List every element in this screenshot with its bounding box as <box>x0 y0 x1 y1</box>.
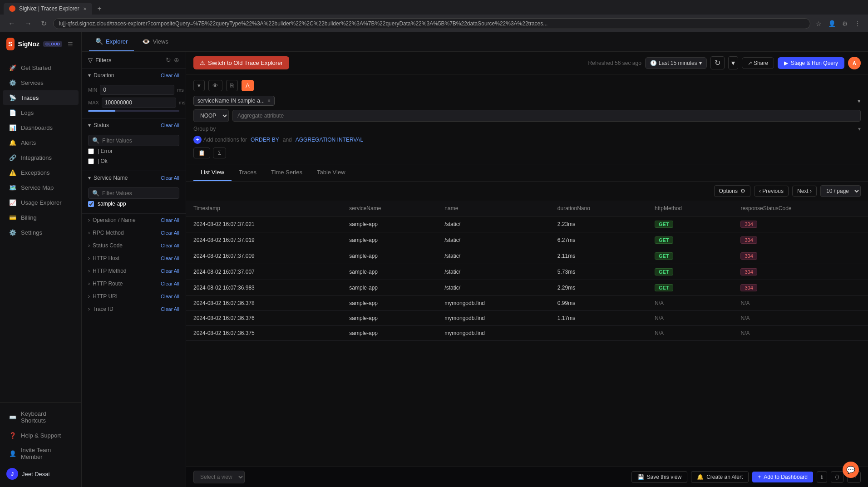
info-button[interactable]: ℹ <box>817 471 827 483</box>
table-row[interactable]: 2024-08-02 16:07:37.007 sample-app /stat… <box>186 264 868 280</box>
table-row[interactable]: 2024-08-02 16:07:36.983 sample-app /stat… <box>186 280 868 296</box>
save-view-button[interactable]: 💾 Save this view <box>631 471 688 483</box>
sidebar-item-help-support[interactable]: ❓ Help & Support <box>3 428 79 443</box>
sidebar-item-dashboards[interactable]: 📊 Dashboards <box>3 120 79 135</box>
status-search-input[interactable] <box>102 138 175 144</box>
filter-section-http-method[interactable]: › HTTP Method Clear All <box>82 265 186 277</box>
switch-to-old-trace-button[interactable]: ⚠ Switch to Old Trace Explorer <box>193 56 289 69</box>
filter-duration-header[interactable]: ▾ Duration Clear All <box>82 69 186 82</box>
status-error-checkbox[interactable]: | Error <box>88 146 179 156</box>
ok-checkbox-input[interactable] <box>88 158 94 164</box>
address-bar[interactable]: lujj-qfsd.signoz.cloud/traces-explorer?c… <box>53 18 810 29</box>
sidebar-item-invite-team[interactable]: 👤 Invite Team Member <box>3 443 79 464</box>
table-row[interactable]: 2024-08-02 16:07:37.019 sample-app /stat… <box>186 232 868 248</box>
options-button[interactable]: Options ⚙ <box>714 185 750 197</box>
add-tab-button[interactable]: + <box>94 3 105 15</box>
operation-clear[interactable]: Clear All <box>161 217 179 223</box>
profile-icon[interactable]: 👤 <box>826 18 838 29</box>
sidebar-item-billing[interactable]: 💳 Billing <box>3 210 79 225</box>
filter-add-button[interactable]: ⊕ <box>174 56 179 64</box>
create-alert-button[interactable]: 🔔 Create an Alert <box>691 471 749 483</box>
list-view-type-button[interactable]: 📋 <box>193 148 210 158</box>
table-row[interactable]: 2024-08-02 16:07:36.378 sample-app mymon… <box>186 296 868 311</box>
sample-app-checkbox[interactable]: sample-app <box>88 199 179 209</box>
sidebar-item-alerts[interactable]: 🔔 Alerts <box>3 135 79 150</box>
max-input[interactable] <box>102 98 176 108</box>
forward-button[interactable]: → <box>22 18 35 30</box>
filter-section-http-host[interactable]: › HTTP Host Clear All <box>82 252 186 265</box>
stage-run-query-button[interactable]: ▶ Stage & Run Query <box>778 57 844 69</box>
http-route-clear[interactable]: Clear All <box>161 281 179 286</box>
sidebar-item-exceptions[interactable]: ⚠️ Exceptions <box>3 165 79 180</box>
status-ok-checkbox[interactable]: | Ok <box>88 156 179 166</box>
filter-service-clear[interactable]: Clear All <box>161 175 179 181</box>
add-condition-plus-button[interactable]: + <box>193 136 202 144</box>
sidebar-item-usage-explorer[interactable]: 📈 Usage Explorer <box>3 195 79 210</box>
table-row[interactable]: 2024-08-02 16:07:36.375 sample-app mymon… <box>186 326 868 341</box>
close-tab-icon[interactable]: ✕ <box>83 6 87 11</box>
sidebar-item-service-map[interactable]: 🗺️ Service Map <box>3 180 79 195</box>
sidebar-item-keyboard-shortcuts[interactable]: ⌨️ Keyboard Shortcuts <box>3 407 79 428</box>
page-size-select[interactable]: 10 / page <box>820 185 861 197</box>
query-copy-button[interactable]: ⎘ <box>226 80 238 91</box>
filter-refresh-button[interactable]: ↻ <box>166 56 171 64</box>
filter-section-http-url[interactable]: › HTTP URL Clear All <box>82 290 186 303</box>
filter-duration-clear[interactable]: Clear All <box>161 73 179 78</box>
extensions-icon[interactable]: ⚙ <box>840 18 850 29</box>
reload-button[interactable]: ↻ <box>38 17 49 30</box>
group-by-expand[interactable]: ▾ <box>858 126 861 132</box>
sidebar-user[interactable]: J Jeet Desai <box>0 464 81 483</box>
aggregate-input[interactable] <box>232 110 861 122</box>
filter-section-operation[interactable]: › Operation / Name Clear All <box>82 214 186 226</box>
share-button[interactable]: ↗ Share <box>742 57 774 69</box>
sidebar-item-get-started[interactable]: 🚀 Get Started <box>3 60 79 75</box>
query-eye-button[interactable]: 👁 <box>208 80 222 91</box>
sidebar-collapse-button[interactable]: ☰ <box>66 39 75 49</box>
service-search-input[interactable] <box>102 190 175 197</box>
error-checkbox-input[interactable] <box>88 148 94 154</box>
next-page-button[interactable]: Next › <box>792 186 817 197</box>
results-tab-table-view[interactable]: Table View <box>310 164 353 181</box>
sidebar-item-integrations[interactable]: 🔗 Integrations <box>3 150 79 165</box>
view-select[interactable]: Select a view <box>193 471 245 483</box>
order-by-link[interactable]: ORDER BY <box>251 137 279 143</box>
sidebar-item-logs[interactable]: 📄 Logs <box>3 105 79 120</box>
back-button[interactable]: ← <box>5 18 18 30</box>
previous-page-button[interactable]: ‹ Previous <box>754 186 789 197</box>
results-tab-list-view[interactable]: List View <box>193 164 232 181</box>
rpc-clear[interactable]: Clear All <box>161 230 179 236</box>
menu-icon[interactable]: ⋮ <box>853 18 863 29</box>
time-range-selector[interactable]: 🕐 Last 15 minutes ▾ <box>645 57 707 69</box>
bookmark-icon[interactable]: ☆ <box>814 18 824 29</box>
filter-status-header[interactable]: ▾ Status Clear All <box>82 118 186 132</box>
refresh-options-button[interactable]: ▾ <box>728 56 738 69</box>
noop-select[interactable]: NOOP <box>193 109 229 122</box>
http-url-clear[interactable]: Clear All <box>161 294 179 299</box>
http-method-clear[interactable]: Clear All <box>161 268 179 274</box>
aggregate-view-type-button[interactable]: Σ <box>213 148 226 158</box>
table-row[interactable]: 2024-08-02 16:07:36.376 sample-app mymon… <box>186 311 868 326</box>
filter-service-header[interactable]: ▾ Service Name Clear All <box>82 171 186 185</box>
query-collapse-button[interactable]: ▾ <box>193 80 205 91</box>
sidebar-item-traces[interactable]: 📡 Traces <box>3 90 79 105</box>
duration-slider[interactable] <box>88 110 179 112</box>
filter-expand-icon[interactable]: ▾ <box>858 98 861 104</box>
aggregation-link[interactable]: AGGREGATION INTERVAL <box>296 137 363 143</box>
sidebar-item-services[interactable]: ⚙️ Services <box>3 75 79 90</box>
trace-id-clear[interactable]: Clear All <box>161 306 179 312</box>
filter-section-status-code[interactable]: › Status Code Clear All <box>82 239 186 252</box>
min-input[interactable] <box>100 85 174 95</box>
filter-section-trace-id[interactable]: › Trace ID Clear All <box>82 303 186 315</box>
filter-section-rpc[interactable]: › RPC Method Clear All <box>82 226 186 239</box>
results-tab-traces[interactable]: Traces <box>232 164 264 181</box>
tab-explorer[interactable]: 🔍 Explorer <box>89 32 134 51</box>
filter-section-http-route[interactable]: › HTTP Route Clear All <box>82 277 186 290</box>
filter-status-clear[interactable]: Clear All <box>161 123 179 128</box>
status-code-clear[interactable]: Clear All <box>161 243 179 248</box>
sidebar-item-settings[interactable]: ⚙️ Settings <box>3 225 79 240</box>
tab-views[interactable]: 👁️ Views <box>136 32 174 51</box>
table-row[interactable]: 2024-08-02 16:07:37.009 sample-app /stat… <box>186 248 868 264</box>
table-row[interactable]: 2024-08-02 16:07:37.021 sample-app /stat… <box>186 216 868 232</box>
filter-tag-service-name[interactable]: serviceName IN sample-a... × <box>193 96 275 106</box>
refresh-button[interactable]: ↻ <box>710 56 725 69</box>
